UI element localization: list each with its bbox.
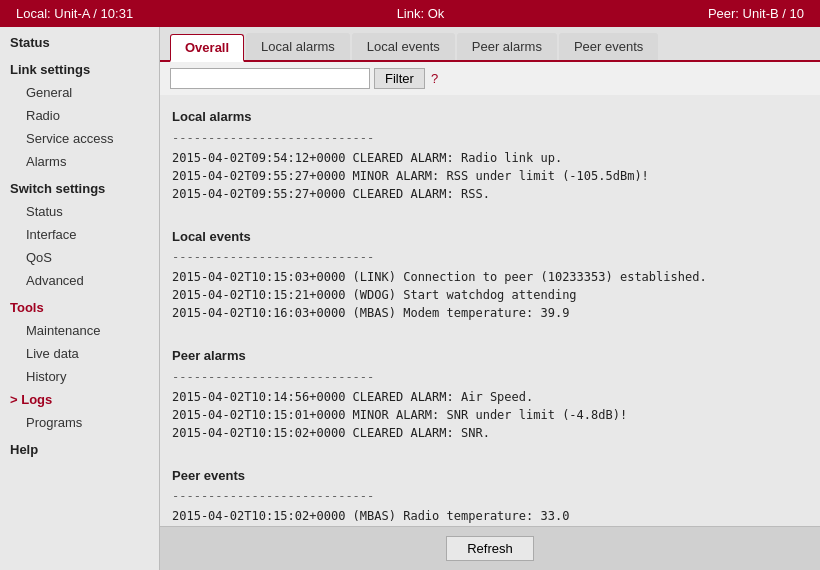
tab-peer-events[interactable]: Peer events xyxy=(559,33,658,60)
peer-info: Peer: Unit-B / 10 xyxy=(708,6,804,21)
sidebar-item-qos[interactable]: QoS xyxy=(0,246,159,269)
peer-label: Peer: xyxy=(708,6,739,21)
tabs-bar: Overall Local alarms Local events Peer a… xyxy=(160,27,820,62)
sidebar-item-alarms[interactable]: Alarms xyxy=(0,150,159,173)
local-alarm-line-2: 2015-04-02T09:55:27+0000 MINOR ALARM: RS… xyxy=(172,167,808,185)
refresh-button[interactable]: Refresh xyxy=(446,536,534,561)
local-info: Local: Unit-A / 10:31 xyxy=(16,6,133,21)
local-time: 10:31 xyxy=(101,6,134,21)
local-event-line-3: 2015-04-02T10:16:03+0000 (MBAS) Modem te… xyxy=(172,304,808,322)
sidebar-item-live-data[interactable]: Live data xyxy=(0,342,159,365)
sidebar-section-help: Help xyxy=(0,434,159,461)
filter-input[interactable] xyxy=(170,68,370,89)
peer-unit: Unit-B / 10 xyxy=(743,6,804,21)
local-alarms-title: Local alarms xyxy=(172,107,808,127)
sidebar-item-advanced[interactable]: Advanced xyxy=(0,269,159,292)
tab-local-alarms[interactable]: Local alarms xyxy=(246,33,350,60)
tab-local-events[interactable]: Local events xyxy=(352,33,455,60)
peer-events-divider: ---------------------------- xyxy=(172,487,808,505)
sidebar-section-status: Status xyxy=(0,27,159,54)
top-header: Local: Unit-A / 10:31 Link: Ok Peer: Uni… xyxy=(0,0,820,27)
tab-peer-alarms[interactable]: Peer alarms xyxy=(457,33,557,60)
sidebar-item-logs[interactable]: > Logs xyxy=(0,388,159,411)
sidebar-item-maintenance[interactable]: Maintenance xyxy=(0,319,159,342)
peer-alarm-line-2: 2015-04-02T10:15:01+0000 MINOR ALARM: SN… xyxy=(172,406,808,424)
peer-alarm-line-1: 2015-04-02T10:14:56+0000 CLEARED ALARM: … xyxy=(172,388,808,406)
local-events-divider: ---------------------------- xyxy=(172,248,808,266)
local-event-line-2: 2015-04-02T10:15:21+0000 (WDOG) Start wa… xyxy=(172,286,808,304)
local-event-line-1: 2015-04-02T10:15:03+0000 (LINK) Connecti… xyxy=(172,268,808,286)
filter-help[interactable]: ? xyxy=(431,71,438,86)
local-alarms-divider: ---------------------------- xyxy=(172,129,808,147)
sidebar-item-general[interactable]: General xyxy=(0,81,159,104)
peer-alarms-divider: ---------------------------- xyxy=(172,368,808,386)
filter-row: Filter ? xyxy=(160,62,820,95)
local-alarm-line-1: 2015-04-02T09:54:12+0000 CLEARED ALARM: … xyxy=(172,149,808,167)
sidebar-item-programs[interactable]: Programs xyxy=(0,411,159,434)
peer-alarms-title: Peer alarms xyxy=(172,346,808,366)
peer-event-line-1: 2015-04-02T10:15:02+0000 (MBAS) Radio te… xyxy=(172,507,808,525)
link-status: Link: Ok xyxy=(397,6,445,21)
link-status-link[interactable]: Ok xyxy=(428,6,445,21)
sidebar-section-switch-settings: Switch settings xyxy=(0,173,159,200)
log-content: Local alarms ---------------------------… xyxy=(160,95,820,526)
peer-alarm-line-3: 2015-04-02T10:15:02+0000 CLEARED ALARM: … xyxy=(172,424,808,442)
sidebar-section-link-settings: Link settings xyxy=(0,54,159,81)
sidebar-item-history[interactable]: History xyxy=(0,365,159,388)
sidebar-item-service-access[interactable]: Service access xyxy=(0,127,159,150)
local-alarm-line-3: 2015-04-02T09:55:27+0000 CLEARED ALARM: … xyxy=(172,185,808,203)
sidebar-section-tools: Tools xyxy=(0,292,159,319)
tab-overall[interactable]: Overall xyxy=(170,34,244,62)
sidebar-item-interface[interactable]: Interface xyxy=(0,223,159,246)
bottom-bar: Refresh xyxy=(160,526,820,570)
local-unit: Unit-A xyxy=(54,6,89,21)
sidebar-item-switch-status[interactable]: Status xyxy=(0,200,159,223)
content-area: Overall Local alarms Local events Peer a… xyxy=(160,27,820,570)
peer-events-title: Peer events xyxy=(172,466,808,486)
link-label: Link: xyxy=(397,6,424,21)
sidebar: Status Link settings General Radio Servi… xyxy=(0,27,160,570)
filter-button[interactable]: Filter xyxy=(374,68,425,89)
sidebar-item-radio[interactable]: Radio xyxy=(0,104,159,127)
local-label: Local: xyxy=(16,6,51,21)
local-events-title: Local events xyxy=(172,227,808,247)
